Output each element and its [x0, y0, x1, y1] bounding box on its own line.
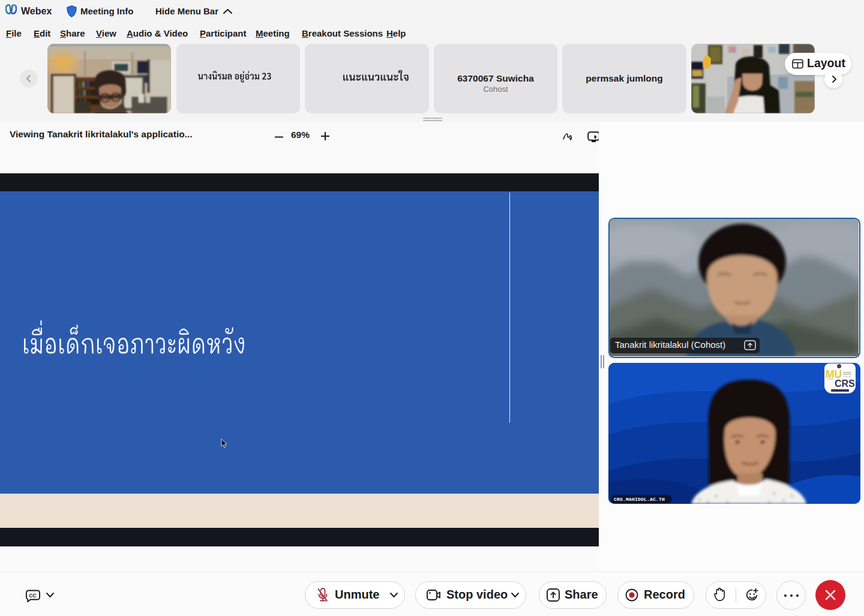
- svg-text:CC: CC: [29, 593, 36, 599]
